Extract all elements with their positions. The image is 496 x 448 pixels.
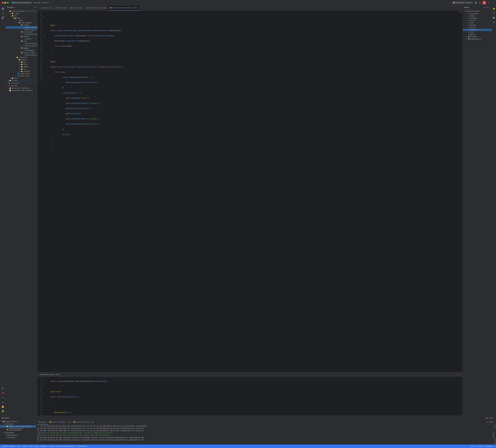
more-icon[interactable]: ⋯ (491, 1, 494, 4)
tree-init[interactable]: ▾ 📦 init (6, 40, 37, 42)
tree-main-initializer[interactable]: ☕ MainInitializer (6, 42, 37, 45)
structure-icon[interactable] (1, 16, 5, 20)
tabs-settings-icon[interactable]: ⋮ (460, 7, 462, 9)
commit-icon[interactable] (1, 11, 5, 15)
tab-account[interactable]: ☕ Account.java (38, 5, 54, 11)
maven-download-icon[interactable]: ⬇ (485, 6, 486, 9)
project-header-chevron[interactable]: ▾ (15, 7, 15, 8)
svc-database[interactable]: ▾ 🗄 Database (0, 432, 36, 434)
maven-plugins[interactable]: ▶ 🧩 Plugins (463, 36, 492, 38)
tree-idea[interactable]: ▶ 📁 .idea (6, 12, 37, 15)
tree-entity[interactable]: ▾ 📦 entity (6, 35, 37, 38)
tree-main[interactable]: ▾ 📁 main (6, 17, 37, 19)
tree-resources[interactable]: ▾ 📁 resources (6, 56, 37, 59)
tree-mapper[interactable]: ▾ 📦 mapper (6, 47, 37, 49)
tree-config[interactable]: ▾ 📦 config (6, 24, 37, 26)
log-settings-icon[interactable]: ⚙ (495, 440, 496, 442)
svc-running[interactable]: ▾ ▶ Running (0, 423, 36, 425)
tree-src[interactable]: ▾ 📁 src (6, 15, 37, 17)
tab-webconfig[interactable]: ☕ WebConfiguration.java (84, 5, 108, 11)
expand-icon[interactable]: ⤢ (493, 445, 495, 447)
tree-security-initializer[interactable]: ☕ SecurityInitializer (6, 45, 37, 47)
logs-scroll-thumb[interactable] (493, 432, 494, 437)
tree-scratches[interactable]: ▶ 📝 Scratches and Consoles (6, 89, 37, 92)
tree-css[interactable]: ▶ 📁 css (6, 61, 37, 63)
notifications-icon[interactable]: 🔔 (1, 405, 5, 409)
top-code-content[interactable]: @Bean public SqlSessionFactoryBean sqlSe… (46, 11, 461, 372)
svc-add-icon[interactable]: + (493, 417, 494, 419)
tree-static[interactable]: ▾ 📁 static (6, 59, 37, 61)
tree-java[interactable]: ▾ ☕ java (6, 19, 37, 22)
tree-gitignore[interactable]: 🔧 .gitignore (6, 82, 37, 84)
notifications-right-icon[interactable]: 🔔 (492, 7, 496, 11)
tree-target[interactable]: ▶ 📁 target (6, 79, 37, 82)
log-resume-icon[interactable]: ↺ (489, 421, 490, 423)
maven-compile[interactable]: ⚙ compile (463, 19, 492, 22)
maximize-window-button[interactable] (7, 2, 9, 4)
maven-right-icon[interactable]: M (492, 11, 496, 15)
maven-panel-icon[interactable]: M (1, 400, 5, 404)
tree-font[interactable]: ▶ 📁 font (6, 63, 37, 65)
log-tab-localhost[interactable]: 🐱 Tomcat Localhost Log (48, 420, 72, 424)
vc-selector[interactable]: Version control ▾ (34, 2, 49, 4)
debug-icon[interactable]: 🐞 (1, 391, 5, 395)
tree-authorize-service[interactable]: ☕ AuthorizeService (6, 54, 37, 56)
gradle-right-icon[interactable]: 🐘 (492, 16, 496, 20)
tree-picture[interactable]: ▶ 📁 picture (6, 70, 37, 73)
tree-js[interactable]: ▶ 📁 js (6, 68, 37, 70)
tree-account[interactable]: ☕ Account (6, 38, 37, 40)
maven-verify[interactable]: ⚙ verify (463, 26, 492, 29)
log-more-icon[interactable]: ⋮ (493, 421, 495, 423)
maven-package[interactable]: ⚙ package (463, 24, 492, 26)
maven-deploy[interactable]: ⚙ deploy (463, 33, 492, 36)
maven-refresh-icon[interactable]: ↺ (484, 6, 485, 9)
svc-up-icon[interactable]: ▲ (485, 417, 486, 419)
bottom-more-icon[interactable]: ⋮ (460, 373, 462, 376)
tree-pom[interactable]: M pom.xml (6, 84, 37, 87)
tree-image[interactable]: ▶ 📁 image (6, 65, 37, 68)
project-view-icon[interactable] (1, 7, 5, 11)
tab-secconfig-close[interactable]: × (138, 7, 139, 9)
run-icon[interactable]: ▶ (1, 386, 5, 390)
tree-security-config[interactable]: ☕ SecurityConfiguration (6, 26, 37, 29)
stop-button[interactable]: ■ (482, 1, 486, 5)
log-up-icon[interactable]: ▲ (495, 425, 496, 427)
svc-group-icon[interactable]: ☰ (491, 417, 492, 419)
tomcat-selector[interactable]: 🐱 Tomcat 10.1.2322 ▾ (452, 1, 473, 4)
plugins-icon[interactable]: 🧩 (1, 409, 5, 413)
maven-clean[interactable]: ⚙ clean (463, 15, 492, 17)
svc-tomcat-server[interactable]: ▾ 🐱 Tomcat Server (0, 420, 36, 423)
log-down-icon[interactable]: ▼ (495, 427, 496, 429)
project-selector[interactable]: SS SS SecurityStudy ▾ (11, 1, 32, 4)
svc-localhost[interactable]: ▾ 🗄 @localhost (0, 434, 36, 436)
svc-tomcat-instance[interactable]: ✓ 🐱 Tomcat 10.1.2322 [local] (0, 425, 36, 428)
settings-icon[interactable]: ⚙ (487, 1, 490, 4)
maven-add-icon[interactable]: + (487, 6, 488, 9)
svc-artifact[interactable]: 🔒 SecurityStudy:war [Synchronized] (0, 428, 36, 432)
line-ending[interactable]: LF (476, 446, 478, 447)
hello-ctrl-tab-close[interactable]: × (60, 374, 61, 375)
log-search-icon[interactable]: 🔍 (491, 421, 493, 423)
svc-filter-icon[interactable]: ⊿ (488, 417, 490, 419)
settings-gear-icon[interactable]: ⚙ (35, 6, 36, 9)
log-stop-icon[interactable]: ■ (488, 421, 489, 423)
tree-com-example[interactable]: ▾ 📦 com.example (6, 22, 37, 24)
tree-service-impl[interactable]: ▾ 📦 service.impl (6, 52, 37, 54)
logs-scrollbar[interactable] (493, 424, 494, 445)
database-right-icon[interactable]: 🗄 (492, 20, 496, 25)
tab-securityconfig[interactable]: 🔐 SecurityConfiguration.java × (108, 5, 140, 11)
dots-icon[interactable]: ⋯ (1, 20, 5, 25)
svc-console[interactable]: ⬛ console (0, 436, 36, 439)
maven-site[interactable]: ⚙ site (463, 31, 492, 33)
minimize-window-button[interactable] (4, 2, 6, 4)
log-refresh-icon[interactable]: ↺ (486, 421, 487, 423)
terminal-icon[interactable] (1, 395, 5, 400)
log-tab-server[interactable]: 🖥 Server (37, 420, 48, 424)
tab-index[interactable]: 🌐 index.html (54, 5, 69, 11)
bottom-code-content[interactable]: import org.springframework.web.bind.anno… (46, 377, 461, 416)
indent[interactable]: 4 spaces (485, 446, 492, 447)
breadcrumb[interactable]: SecurityStudy > src > main > java > com … (4, 446, 87, 447)
tree-index-html[interactable]: 🌐 index.html (6, 73, 37, 75)
tab-login[interactable]: 🌐 login.html (69, 5, 84, 11)
tree-test[interactable]: ▶ 📁 test (6, 77, 37, 79)
